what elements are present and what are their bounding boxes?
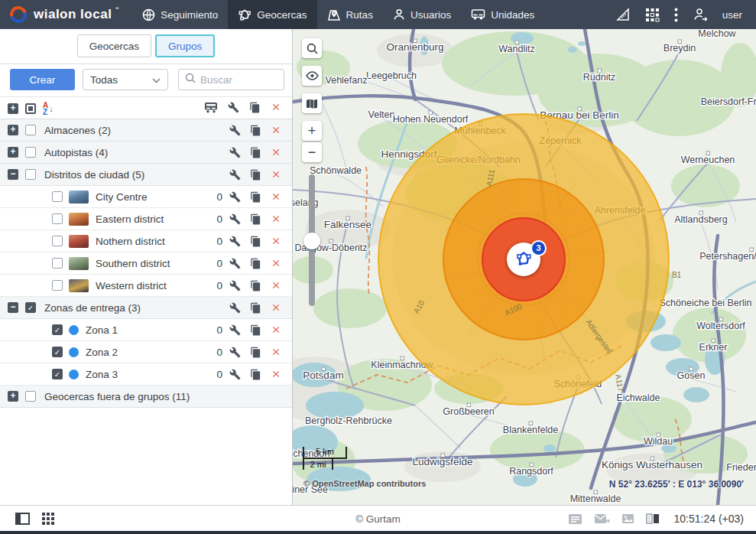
row-checkbox[interactable]: ✓ [52,369,63,379]
copy-button[interactable] [250,191,261,203]
properties-button[interactable] [229,125,241,136]
row-checkbox[interactable] [52,280,63,291]
map-layers-button[interactable] [302,93,322,113]
map-search-button[interactable] [302,38,322,58]
zoom-in-button[interactable]: + [302,121,322,141]
properties-button[interactable] [229,147,241,158]
expand-group-icon[interactable]: + [8,391,18,402]
properties-button[interactable] [229,191,241,203]
properties-button[interactable] [229,302,241,314]
create-button[interactable]: Crear [10,69,75,90]
geofence-row[interactable]: ✓Zona 30 [0,363,292,386]
nav-unidades[interactable]: Unidades [461,0,544,29]
copy-icon[interactable] [249,102,261,116]
delete-button[interactable] [271,258,281,269]
properties-button[interactable] [229,236,241,247]
select-visible-button[interactable] [25,103,36,114]
properties-button[interactable] [229,258,241,269]
expand-group-icon[interactable]: + [8,125,18,135]
row-checkbox[interactable] [52,236,63,246]
geofence-row[interactable]: Western district0 [0,275,292,297]
row-checkbox[interactable] [52,258,63,269]
search-input[interactable] [200,74,277,86]
user-session-icon[interactable] [693,8,708,22]
mail-icon[interactable] [594,513,610,525]
measure-tool-icon[interactable] [615,7,631,22]
nav-rutas[interactable]: Rutas [317,0,383,29]
geofence-row[interactable]: Nothern district0 [0,230,292,252]
wialon-logo[interactable]: wialon local ʺ [0,0,132,29]
geofence-row[interactable]: Eastern district0 [0,208,292,230]
map-visibility-button[interactable] [302,66,322,86]
marker-count-badge[interactable]: 3 [530,240,547,256]
row-checkbox[interactable] [52,213,63,224]
row-checkbox[interactable] [25,147,36,158]
expand-all-button[interactable]: + [8,103,18,114]
copy-button[interactable] [250,169,261,181]
group-row[interactable]: −Distritos de ciudad (5) [0,164,292,186]
delete-button[interactable] [271,147,281,158]
copy-button[interactable] [250,347,261,358]
copy-button[interactable] [250,213,261,225]
nav-geocercas[interactable]: Geocercas [228,0,316,29]
collapse-group-icon[interactable]: − [8,169,18,180]
nav-seguimiento[interactable]: Seguimiento [132,0,228,29]
delete-icon[interactable] [271,102,281,116]
properties-button[interactable] [229,347,241,358]
delete-button[interactable] [271,213,281,224]
delete-button[interactable] [271,169,281,180]
row-checkbox[interactable]: ✓ [25,302,36,313]
row-checkbox[interactable]: ✓ [52,347,63,357]
group-row[interactable]: +Almacenes (2) [0,119,292,142]
copy-button[interactable] [250,302,261,314]
row-checkbox[interactable] [25,391,36,402]
row-checkbox[interactable] [25,169,36,180]
filter-dropdown[interactable]: Todas [83,69,168,90]
delete-button[interactable] [271,369,281,379]
row-checkbox[interactable] [25,125,36,135]
delete-button[interactable] [271,236,281,246]
properties-button[interactable] [229,213,241,225]
copy-button[interactable] [250,280,261,291]
apps-grid-icon[interactable] [645,8,660,22]
delete-button[interactable] [271,324,281,335]
properties-button[interactable] [229,169,241,181]
properties-button[interactable] [229,280,241,291]
group-row[interactable]: +Geocercas fuera de grupos (11) [0,386,292,408]
apply-to-units-icon[interactable] [204,102,218,116]
copy-button[interactable] [250,236,261,247]
geofence-row[interactable]: City Centre0 [0,186,292,208]
nav-usuarios[interactable]: Usuarios [383,0,461,29]
geofence-row[interactable]: ✓Zona 20 [0,341,292,363]
media-icon[interactable] [621,513,634,524]
notifications-icon[interactable] [568,513,582,525]
map-area[interactable]: MelchowOranienburgWandlitzBreydinLeegebr… [293,29,756,505]
delete-button[interactable] [271,280,281,291]
delete-button[interactable] [271,347,281,357]
group-row[interactable]: −✓Zonas de entrega (3) [0,297,292,319]
copy-button[interactable] [250,324,261,336]
row-checkbox[interactable]: ✓ [52,324,63,335]
properties-button[interactable] [229,324,241,336]
kebab-menu-icon[interactable] [674,8,678,22]
expand-group-icon[interactable]: + [8,147,18,158]
delete-button[interactable] [271,191,281,202]
copy-button[interactable] [250,125,261,136]
copy-button[interactable] [250,369,261,380]
tab-grupos[interactable]: Grupos [155,34,215,57]
split-view-icon[interactable] [646,513,660,524]
delete-button[interactable] [271,125,281,135]
zoom-slider-handle[interactable] [303,233,320,249]
user-name[interactable]: user [722,9,742,21]
collapse-group-icon[interactable]: − [8,302,18,313]
wrench-icon[interactable] [228,102,239,116]
geofence-row[interactable]: Southern district0 [0,252,292,275]
sort-az-button[interactable]: AZ↓ [43,102,54,116]
row-checkbox[interactable] [52,191,63,202]
properties-button[interactable] [229,369,241,380]
copy-button[interactable] [250,147,261,158]
geofence-row[interactable]: ✓Zona 10 [0,319,292,341]
zoom-out-button[interactable]: − [302,142,322,162]
group-row[interactable]: +Autopistas (4) [0,142,292,164]
copy-button[interactable] [250,258,261,269]
